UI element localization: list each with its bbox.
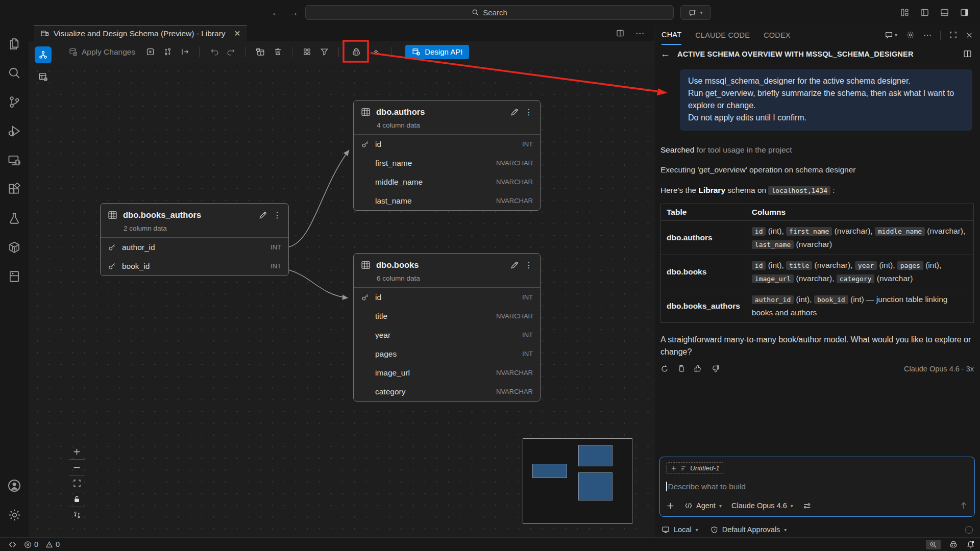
schema-node-dbo-authors[interactable]: dbo.authors⋮4 column dataidINTfirst_name…	[353, 100, 541, 211]
add-table-icon[interactable]	[253, 44, 268, 60]
toggle-secondary-sidebar-icon[interactable]	[960, 8, 969, 17]
node-column-row[interactable]: middle_nameNVARCHAR	[354, 172, 540, 191]
node-column-row[interactable]: book_idINT	[101, 257, 288, 276]
zoom-status-button[interactable]	[926, 540, 941, 549]
warnings-indicator[interactable]: 0	[45, 540, 60, 548]
column-name: book_id	[122, 262, 264, 271]
sparkle-icon[interactable]	[369, 44, 384, 60]
environment-picker[interactable]: Local ▾	[662, 525, 698, 534]
schema-canvas[interactable]: dbo.books_authors⋮2 column dataauthor_id…	[29, 62, 654, 537]
attach-icon[interactable]	[666, 502, 675, 510]
node-column-row[interactable]: idINT	[354, 288, 540, 307]
thumbs-up-icon[interactable]	[694, 364, 702, 373]
test-beaker-icon[interactable]	[4, 207, 24, 230]
back-icon[interactable]: ←	[660, 48, 670, 60]
lock-canvas-button[interactable]	[67, 491, 86, 507]
copilot-schema-icon[interactable]	[349, 44, 364, 60]
editor-tabs: Visualize and Design Schema (Preview) - …	[29, 25, 654, 41]
delete-table-icon[interactable]	[270, 44, 285, 60]
minimap[interactable]	[523, 438, 632, 524]
tab-close-icon[interactable]: ✕	[234, 29, 241, 38]
copilot-status-icon[interactable]	[949, 540, 958, 549]
node-column-row[interactable]: author_idINT	[101, 238, 288, 257]
history-back-icon[interactable]: ←	[271, 7, 281, 18]
node-column-row[interactable]: last_nameNVARCHAR	[354, 191, 540, 210]
customize-layout-icon[interactable]	[900, 8, 909, 17]
context-chip[interactable]: Untitled-1	[666, 462, 724, 474]
undo-icon[interactable]	[206, 44, 222, 60]
model-picker[interactable]: Claude Opus 4.6 ▾	[731, 502, 793, 510]
compare-changes-icon[interactable]	[160, 44, 175, 60]
database-server-icon[interactable]	[4, 265, 24, 288]
history-forward-icon[interactable]: →	[288, 7, 299, 18]
notifications-bell-icon[interactable]	[966, 540, 975, 549]
settings-gear-icon[interactable]	[4, 503, 24, 527]
node-more-menu-icon[interactable]: ⋮	[273, 213, 281, 218]
toggle-panel-icon[interactable]	[940, 8, 949, 17]
node-column-row[interactable]: idINT	[354, 135, 540, 154]
redo-icon[interactable]	[224, 44, 239, 60]
model-settings-sliders-icon[interactable]	[803, 502, 812, 510]
new-chat-button[interactable]: ▾	[885, 31, 897, 39]
account-icon[interactable]	[4, 474, 24, 497]
node-more-menu-icon[interactable]: ⋮	[525, 263, 533, 268]
split-editor-icon[interactable]	[616, 29, 624, 37]
design-api-button[interactable]: Design API	[405, 45, 469, 59]
open-in-editor-icon[interactable]	[963, 49, 972, 58]
close-panel-icon[interactable]	[966, 32, 973, 39]
node-column-row[interactable]: image_urlNVARCHAR	[354, 363, 540, 382]
node-column-row[interactable]: categoryNVARCHAR	[354, 382, 540, 401]
filter-icon[interactable]	[316, 44, 332, 60]
retry-icon[interactable]	[660, 365, 669, 373]
schema-diagram-view-button[interactable]	[35, 46, 52, 63]
maximize-panel-icon[interactable]	[949, 31, 957, 39]
node-column-row[interactable]: yearINT	[354, 325, 540, 344]
fit-view-button[interactable]	[67, 475, 86, 491]
source-control-icon[interactable]	[4, 90, 24, 114]
node-more-menu-icon[interactable]: ⋮	[525, 110, 533, 115]
chat-more-actions-icon[interactable]: ⋯	[923, 30, 932, 40]
toggle-primary-sidebar-icon[interactable]	[920, 8, 929, 17]
tab-schema-designer[interactable]: Visualize and Design Schema (Preview) - …	[34, 25, 247, 41]
node-column-row[interactable]: pagesINT	[354, 344, 540, 363]
send-icon[interactable]	[959, 501, 968, 510]
tab-chat[interactable]: CHAT	[662, 25, 681, 45]
mode-picker[interactable]: Agent ▾	[684, 502, 722, 510]
tab-claude-code[interactable]: CLAUDE CODE	[695, 25, 750, 45]
edit-table-icon[interactable]	[510, 108, 519, 117]
table-designer-view-button[interactable]	[35, 68, 52, 85]
tab-codex[interactable]: CODEX	[764, 25, 791, 45]
remote-indicator-icon[interactable]	[8, 540, 17, 549]
explorer-icon[interactable]	[4, 32, 24, 56]
apply-changes-button[interactable]: Apply Changes	[68, 47, 135, 57]
node-column-row[interactable]: titleNVARCHAR	[354, 307, 540, 325]
tool-step-searched[interactable]: Searched for tool usage in the project	[660, 145, 974, 155]
copy-icon[interactable]	[677, 365, 685, 372]
auto-layout-grid-icon[interactable]	[299, 44, 314, 60]
export-icon[interactable]	[177, 44, 192, 60]
view-code-icon[interactable]	[142, 44, 158, 60]
edit-table-icon[interactable]	[258, 211, 267, 220]
node-column-row[interactable]: first_nameNVARCHAR	[354, 154, 540, 172]
thumbs-down-icon[interactable]	[711, 364, 720, 373]
copilot-chat-titlebar-button[interactable]: ▾	[680, 5, 711, 20]
schema-node-dbo-books_authors[interactable]: dbo.books_authors⋮2 column dataauthor_id…	[100, 203, 289, 276]
run-debug-icon[interactable]	[4, 119, 24, 143]
zoom-in-button[interactable]	[67, 444, 86, 459]
container-cube-icon[interactable]	[4, 236, 24, 259]
chat-input-box[interactable]: Untitled-1 Describe what to build Agent …	[659, 457, 975, 517]
chat-text-input[interactable]: Describe what to build	[666, 482, 968, 491]
remote-explorer-icon[interactable]	[4, 148, 24, 172]
command-search-input[interactable]: Search	[305, 5, 674, 20]
search-sidebar-icon[interactable]	[4, 61, 24, 85]
edit-table-icon[interactable]	[510, 261, 519, 270]
errors-indicator[interactable]: 0	[24, 540, 38, 548]
activity-bar	[0, 25, 29, 537]
editor-more-actions-icon[interactable]: ⋯	[635, 28, 645, 39]
approvals-picker[interactable]: Default Approvals ▾	[710, 525, 787, 534]
extensions-icon[interactable]	[4, 178, 24, 201]
zoom-out-button[interactable]	[67, 460, 86, 475]
schema-node-dbo-books[interactable]: dbo.books⋮6 column dataidINTtitleNVARCHA…	[353, 253, 541, 402]
auto-arrange-button[interactable]	[67, 507, 86, 522]
chat-settings-gear-icon[interactable]	[906, 31, 915, 39]
